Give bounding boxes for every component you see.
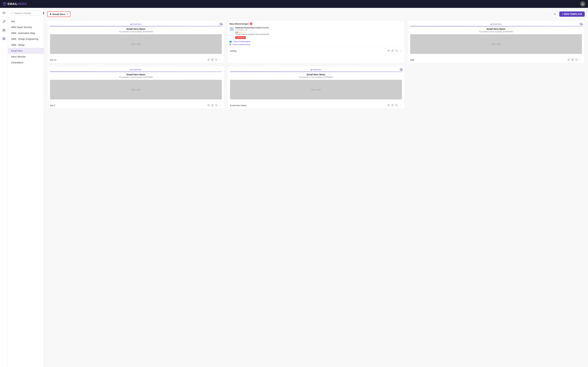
card-divider <box>50 72 222 72</box>
sidebar-item-test[interactable]: test <box>8 18 44 24</box>
dropdown-chevron-icon: ▼ <box>66 13 68 15</box>
svg-point-24 <box>208 59 209 60</box>
new-template-button[interactable]: + NEW TEMPLATE <box>559 11 585 17</box>
content-header: Email Hero ▼ + NEW TEMPLATE <box>47 11 585 17</box>
edit-icon[interactable] <box>211 104 214 107</box>
svg-rect-31 <box>580 24 581 25</box>
card-preview: ◆ Email Hero Email Hero News The publish… <box>47 20 225 57</box>
brand-diamond-icon: ◆ <box>130 69 132 71</box>
sidebar-item-chamaileon[interactable]: Chamaileon <box>8 60 44 66</box>
search-input[interactable] <box>15 12 42 14</box>
sidebar-item-abm-automation-mag[interactable]: ABM - Automation Mag <box>8 30 44 36</box>
card-notification-body: Neue Bewertungen 8 Randstad Deutschland … <box>227 20 404 48</box>
main-layout: + testABM Super SecurityABM - Automation… <box>0 8 588 367</box>
logo-hero: HERO <box>17 2 27 6</box>
grid-settings-icon[interactable] <box>580 22 583 26</box>
sidebar-item-abm-wings[interactable]: ABM - Wings <box>8 42 44 48</box>
stat-item-0: 👥 3 Neue Gehaltsangaben <box>229 40 402 43</box>
card-thumbnail: 600 x 400 <box>410 34 582 54</box>
svg-point-27 <box>388 50 389 51</box>
svg-point-36 <box>568 59 569 60</box>
copy-icon[interactable] <box>575 58 578 61</box>
card-title: Email Hero News <box>487 28 505 30</box>
edit-icon[interactable] <box>391 50 394 52</box>
card-card-4: ◆ Email Hero Email Hero News The publish… <box>47 66 225 109</box>
view-icon[interactable] <box>388 104 390 107</box>
more-options-icon[interactable]: ⋮ <box>219 58 222 61</box>
topnav: EMAILHERO <box>0 0 588 8</box>
card-name: test 2 <box>50 104 55 107</box>
svg-rect-18 <box>221 23 222 24</box>
more-options-icon[interactable]: ⋮ <box>399 104 402 107</box>
card-card-3: ◆ Email Hero Email Hero News The publish… <box>407 20 585 63</box>
card-name: testing <box>230 50 236 52</box>
notification-stats: 👥 3 Neue Gehaltsangaben 🏛 1 Neue Kulturb… <box>229 40 402 46</box>
svg-rect-8 <box>3 38 4 38</box>
svg-rect-11 <box>4 39 5 40</box>
svg-rect-48 <box>396 105 398 106</box>
edit-icon[interactable] <box>211 58 214 61</box>
edit-icon[interactable] <box>391 104 394 107</box>
view-icon[interactable] <box>207 58 210 61</box>
grid-settings-icon[interactable] <box>400 68 403 72</box>
view-icon[interactable] <box>388 50 390 52</box>
svg-rect-19 <box>220 24 221 25</box>
user-avatar[interactable] <box>580 1 585 7</box>
more-options-icon[interactable]: ⋮ <box>399 49 402 52</box>
card-brand-tag: ◆ Email Hero <box>491 23 501 25</box>
brand-diamond-icon: ◆ <box>491 23 492 25</box>
svg-rect-25 <box>216 59 217 61</box>
copy-icon[interactable] <box>395 104 398 107</box>
sidebar-icon-templates[interactable] <box>1 27 7 33</box>
brand-diamond-icon: ◆ <box>130 23 132 25</box>
card-title: Email Hero News <box>127 28 145 30</box>
brand-diamond-icon: ◆ <box>311 69 312 71</box>
brand-dropdown[interactable]: Email Hero ▼ <box>47 11 70 17</box>
card-subtitle: The publisher's email templating SUPERHE… <box>119 76 153 78</box>
view-icon[interactable] <box>207 104 210 107</box>
view-icon[interactable] <box>568 58 570 61</box>
card-title: Email Hero News <box>307 73 325 76</box>
search-box: + <box>10 10 42 16</box>
stat-icon-0: 👥 <box>229 40 232 43</box>
sidebar-icon-inbox[interactable] <box>1 10 7 16</box>
svg-rect-5 <box>4 29 5 30</box>
copy-icon[interactable] <box>395 50 398 52</box>
svg-rect-39 <box>216 105 217 106</box>
read-button[interactable]: Jetzt lesen <box>235 36 246 39</box>
sidebar-item-abm-super-security[interactable]: ABM Super Security <box>8 24 44 30</box>
svg-point-38 <box>208 105 209 106</box>
rating-stars: ★★☆☆☆ <box>238 31 247 33</box>
company-name: Randstad Deutschland GmbH & Co KG <box>235 27 269 29</box>
company-location: Eschborn, DE <box>235 29 269 31</box>
svg-line-16 <box>555 15 556 15</box>
more-options-icon[interactable]: ⋮ <box>579 58 582 61</box>
more-options-icon[interactable]: ⋮ <box>219 104 222 107</box>
sidebar-icon-brands[interactable] <box>1 36 7 41</box>
card-name: test 21 <box>50 59 56 61</box>
card-thumbnail: 600 x 400 <box>50 34 222 54</box>
sidebar-item-abm-design-engineering[interactable]: ABM - Design Engineering <box>8 36 44 42</box>
edit-icon[interactable] <box>571 58 574 61</box>
cards-grid: ◆ Email Hero Email Hero News The publish… <box>47 20 585 109</box>
sidebar-icon-tools[interactable] <box>1 19 7 24</box>
logo-text: EMAILHERO <box>8 2 27 6</box>
card-thumbnail: 600 x 400 <box>230 80 402 100</box>
card-footer: test 21 ⋮ <box>47 57 225 63</box>
grid-settings-icon[interactable] <box>219 22 223 26</box>
svg-point-12 <box>12 12 13 13</box>
copy-icon[interactable] <box>215 58 217 61</box>
header-search-button[interactable] <box>552 11 558 17</box>
svg-point-47 <box>388 105 389 106</box>
copy-icon[interactable] <box>215 104 217 107</box>
card-footer: testing ⋮ <box>227 48 404 54</box>
selected-brand-label: Email Hero <box>52 13 65 16</box>
card-name: Email Hero News <box>230 104 246 107</box>
stat-item-1: 🏛 1 Neue Kulturbewertung <box>229 43 402 46</box>
svg-rect-4 <box>3 29 4 30</box>
card-divider <box>410 26 582 26</box>
sidebar-item-email-hero[interactable]: Email Hero <box>8 48 44 54</box>
card-preview: ◆ Email Hero Email Hero News The publish… <box>407 20 585 57</box>
card-subtitle: The publisher's email templating SUPERHE… <box>479 31 513 33</box>
sidebar-item-inbox-monster[interactable]: Inbox Monster <box>8 54 44 60</box>
